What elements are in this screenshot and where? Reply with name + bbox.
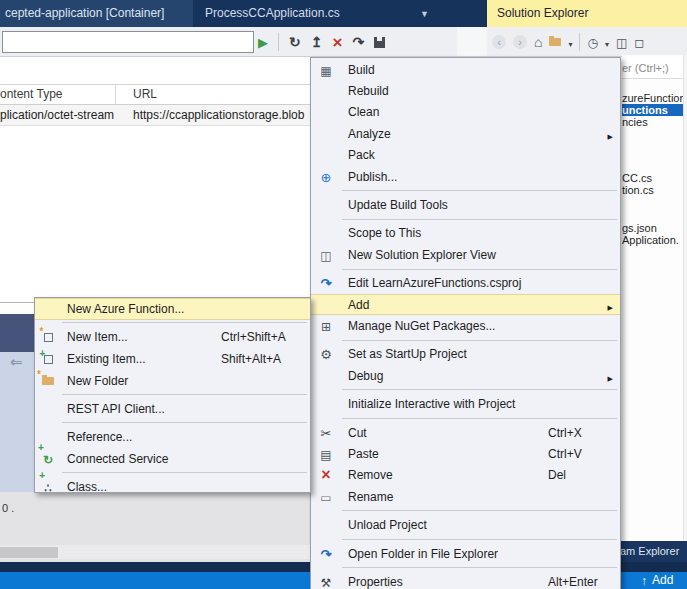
menu-item-publish[interactable]: Publish... [311, 166, 620, 187]
background-window-panel [0, 352, 34, 492]
background-window-titlebar [0, 314, 34, 352]
submenu-arrow-icon [608, 296, 613, 314]
solution-explorer-toolbar-buttons: ‹ › [492, 27, 644, 57]
toolbar-divider [579, 33, 580, 51]
save-icon[interactable] [374, 37, 385, 48]
rename-icon [320, 489, 331, 505]
horizontal-scrollbar-thumb[interactable] [0, 547, 58, 558]
collapse-all-icon[interactable] [616, 34, 627, 50]
redo-icon[interactable] [352, 34, 364, 50]
navigate-back-icon[interactable] [10, 354, 23, 370]
menu-item-properties[interactable]: Properties Alt+Enter [311, 571, 620, 589]
menu-item-analyze[interactable]: Analyze [311, 123, 620, 144]
column-divider[interactable] [115, 85, 116, 104]
menu-separator [311, 415, 620, 422]
clipboard-icon [320, 446, 331, 462]
red-x-icon [321, 467, 330, 483]
tree-item-file[interactable]: gs.json [622, 222, 683, 234]
new-folder-icon: * [42, 377, 54, 385]
tree-item-project-selected[interactable]: unctions [622, 104, 683, 116]
menu-separator [311, 564, 620, 571]
menu-item-debug[interactable]: Debug [311, 365, 620, 386]
new-item-icon: * [44, 333, 53, 342]
column-header-content-type[interactable]: ontent Type [0, 84, 63, 104]
filter-dropdown-icon[interactable] [605, 34, 609, 50]
column-header-url[interactable]: URL [133, 84, 157, 104]
solution-explorer-search-input[interactable]: er (Ctrl+;) [622, 57, 683, 79]
cell-url: https://ccapplicationstorage.blob [133, 105, 304, 125]
switch-views-dropdown-icon[interactable] [568, 34, 572, 50]
menu-separator [311, 337, 620, 344]
tree-item-file[interactable]: tion.cs [622, 184, 683, 196]
pending-changes-filter-icon[interactable] [587, 34, 597, 50]
connected-service-icon: + [43, 450, 53, 468]
back-icon[interactable]: ‹ [492, 35, 506, 49]
menu-item-set-as-startup-project[interactable]: Set as StartUp Project [311, 344, 620, 365]
tree-item-solution[interactable]: zureFunction [622, 92, 683, 104]
shortcut-label: Shift+Alt+A [221, 352, 281, 366]
shortcut-label: Ctrl+V [548, 447, 582, 461]
menu-item-edit-csproj[interactable]: Edit LearnAzureFunctions.csproj [311, 273, 620, 294]
tree-item-file[interactable]: CC.cs [622, 172, 683, 184]
delete-icon[interactable] [332, 34, 342, 51]
menu-item-rename[interactable]: Rename [311, 486, 620, 507]
gear-icon [320, 346, 332, 362]
menu-item-reference[interactable]: Reference... [35, 426, 310, 448]
blob-filter-input[interactable] [2, 31, 254, 53]
menu-item-connected-service[interactable]: + Connected Service [35, 448, 310, 470]
solution-explorer-scrollbar[interactable] [683, 55, 687, 541]
run-icon[interactable] [258, 34, 268, 50]
menu-item-manage-nuget-packages[interactable]: Manage NuGet Packages... [311, 315, 620, 336]
shortcut-label: Ctrl+X [548, 426, 582, 440]
upload-icon[interactable] [311, 34, 323, 50]
menu-item-rebuild[interactable]: Rebuild [311, 80, 620, 101]
menu-item-paste[interactable]: Paste Ctrl+V [311, 443, 620, 464]
menu-item-build[interactable]: Build [311, 59, 620, 80]
forward-icon[interactable]: › [513, 35, 527, 49]
scissors-icon [321, 425, 332, 441]
add-to-source-control-button[interactable]: Add [641, 572, 673, 589]
publish-icon [321, 169, 332, 185]
edit-file-icon [321, 275, 332, 291]
menu-item-scope-to-this[interactable]: Scope to This [311, 223, 620, 244]
menu-item-clean[interactable]: Clean [311, 102, 620, 123]
cell-content-type: plication/octet-stream [0, 105, 114, 125]
menu-separator [311, 266, 620, 273]
add-submenu: New Azure Function... * New Item... Ctrl… [34, 297, 311, 493]
open-folder-icon [321, 546, 332, 562]
menu-item-unload-project[interactable]: Unload Project [311, 514, 620, 535]
menu-separator [311, 507, 620, 514]
menu-item-existing-item[interactable]: + Existing Item... Shift+Alt+A [35, 348, 310, 370]
menu-item-initialize-interactive[interactable]: Initialize Interactive with Project [311, 393, 620, 414]
build-icon [320, 62, 331, 78]
menu-item-rest-api-client[interactable]: REST API Client... [35, 398, 310, 420]
background-counter-text: 0 . [2, 502, 14, 514]
switch-views-icon[interactable] [549, 38, 561, 46]
home-icon[interactable] [534, 34, 542, 50]
menu-item-new-item[interactable]: * New Item... Ctrl+Shift+A [35, 326, 310, 348]
menu-item-class[interactable]: + Class... [35, 476, 310, 493]
shortcut-label: Ctrl+Shift+A [221, 330, 286, 344]
tab-container-document[interactable]: cepted-application [Container] [0, 0, 193, 27]
up-arrow-icon [641, 575, 647, 587]
menu-item-new-folder[interactable]: * New Folder [35, 370, 310, 392]
tree-item-file[interactable]: Application. [622, 234, 683, 246]
sync-with-active-document-icon[interactable] [634, 34, 644, 50]
menu-item-update-build-tools[interactable]: Update Build Tools [311, 194, 620, 215]
editor-toolbar-buttons [258, 27, 385, 57]
menu-item-open-folder-in-file-explorer[interactable]: Open Folder in File Explorer [311, 543, 620, 564]
shortcut-label: Del [548, 468, 566, 482]
refresh-icon[interactable] [289, 34, 301, 50]
tree-item-dependencies[interactable]: ncies [622, 116, 683, 128]
menu-item-cut[interactable]: Cut Ctrl+X [311, 422, 620, 443]
menu-item-new-solution-explorer-view[interactable]: New Solution Explorer View [311, 244, 620, 265]
menu-item-remove[interactable]: Remove Del [311, 465, 620, 486]
toolbar-divider [278, 33, 279, 51]
tab-team-explorer[interactable]: am Explorer [610, 541, 687, 562]
menu-item-add[interactable]: Add [311, 294, 620, 315]
menu-item-new-azure-function[interactable]: New Azure Function... [35, 298, 310, 320]
panel-splitter[interactable] [457, 27, 487, 57]
tab-processccapplication[interactable]: ProcessCCApplication.cs [205, 0, 340, 27]
menu-item-pack[interactable]: Pack [311, 145, 620, 166]
document-well-dropdown-icon[interactable]: ▼ [420, 9, 429, 19]
